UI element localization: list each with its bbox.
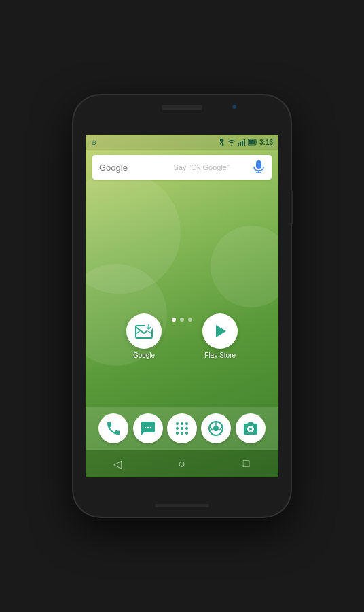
phone-screen: ⊕ xyxy=(86,135,278,477)
home-app-icons: Google Play Store xyxy=(86,313,278,359)
recents-button[interactable]: □ xyxy=(236,454,257,474)
svg-rect-5 xyxy=(249,140,255,144)
search-hint-text: Say "Ok Google" xyxy=(150,163,253,171)
bluetooth-icon xyxy=(219,138,225,146)
svg-point-14 xyxy=(144,427,145,428)
dock-app-launcher[interactable] xyxy=(167,413,197,443)
svg-marker-13 xyxy=(216,325,226,337)
svg-point-20 xyxy=(176,427,179,430)
home-button[interactable]: ○ xyxy=(172,454,192,474)
svg-point-21 xyxy=(181,427,183,430)
svg-rect-3 xyxy=(244,139,245,146)
wifi-icon xyxy=(228,139,236,146)
svg-point-15 xyxy=(147,427,148,428)
signal-icon xyxy=(238,139,246,146)
dock-app-phone[interactable] xyxy=(98,413,128,443)
app-icon-play-circle xyxy=(202,313,238,349)
svg-point-25 xyxy=(185,432,188,435)
phone-bottom-bar xyxy=(155,504,209,507)
svg-point-23 xyxy=(176,432,179,435)
phone-device: ⊕ xyxy=(73,95,291,517)
back-button[interactable]: ◁ xyxy=(107,454,128,474)
phone-speaker xyxy=(162,105,202,110)
app-label-google: Google xyxy=(133,352,155,359)
phone-camera xyxy=(232,105,236,109)
svg-point-19 xyxy=(185,422,188,425)
dock-app-camera[interactable] xyxy=(236,413,266,443)
svg-rect-2 xyxy=(242,141,243,146)
status-left: ⊕ xyxy=(91,139,98,146)
mic-icon[interactable] xyxy=(253,160,265,174)
svg-point-22 xyxy=(185,427,188,430)
svg-rect-0 xyxy=(238,143,239,146)
app-dock xyxy=(86,407,278,450)
svg-point-24 xyxy=(181,432,183,435)
home-screen-content: Google Play Store xyxy=(86,185,278,407)
grid-icon xyxy=(174,420,190,437)
navigation-bar: ◁ ○ □ xyxy=(86,450,278,477)
battery-icon xyxy=(248,139,257,146)
svg-rect-6 xyxy=(256,141,257,143)
svg-point-31 xyxy=(249,428,252,431)
notification-icon: ⊕ xyxy=(91,139,96,146)
dock-app-chrome[interactable] xyxy=(201,413,231,443)
status-bar: ⊕ xyxy=(86,135,278,150)
clock: 3:13 xyxy=(259,139,273,146)
app-label-play-store: Play Store xyxy=(204,352,236,359)
play-store-icon xyxy=(211,322,230,341)
camera-icon xyxy=(242,420,259,437)
phone-icon xyxy=(105,420,122,437)
svg-rect-1 xyxy=(240,142,241,146)
app-icon-play-store[interactable]: Play Store xyxy=(202,313,238,359)
svg-rect-7 xyxy=(256,160,261,169)
wallpaper-circle-2 xyxy=(211,226,278,307)
chat-icon xyxy=(140,420,156,437)
status-right: 3:13 xyxy=(219,138,273,146)
google-app-icon xyxy=(134,321,154,341)
svg-point-17 xyxy=(176,422,179,425)
svg-point-27 xyxy=(213,426,219,431)
dock-app-hangouts[interactable] xyxy=(133,413,163,443)
app-icon-google-circle xyxy=(126,313,162,349)
svg-point-16 xyxy=(149,427,151,428)
svg-point-18 xyxy=(181,422,183,425)
chrome-icon xyxy=(208,420,224,437)
app-icon-google[interactable]: Google xyxy=(126,313,162,359)
google-brand-text: Google xyxy=(99,163,150,173)
